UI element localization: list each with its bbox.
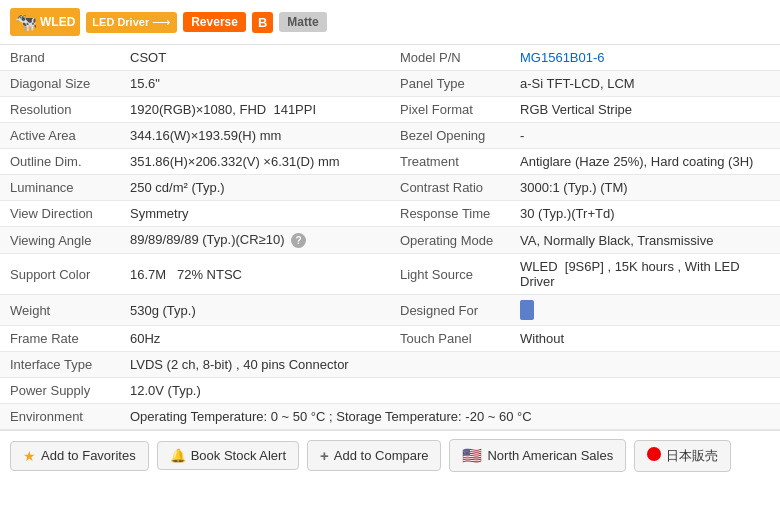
label-viewing-angle: Viewing Angle xyxy=(0,227,120,254)
table-row: Weight 530g (Typ.) Designed For xyxy=(0,295,780,326)
label-treatment: Treatment xyxy=(390,149,510,175)
north-american-sales-label: North American Sales xyxy=(487,448,613,463)
value-outline-dim: 351.86(H)×206.332(V) ×6.31(D) mm xyxy=(120,149,390,175)
reverse-badge: Reverse xyxy=(183,12,246,32)
label-operating-mode: Operating Mode xyxy=(390,227,510,254)
label-light-source: Light Source xyxy=(390,254,510,295)
label-interface-type: Interface Type xyxy=(0,352,120,378)
header-badges: 🐄 WLED LED Driver ⟶ Reverse B Matte xyxy=(0,0,780,45)
wled-badge: 🐄 WLED xyxy=(10,8,80,36)
label-designed-for: Designed For xyxy=(390,295,510,326)
label-response-time: Response Time xyxy=(390,201,510,227)
add-to-favorites-button[interactable]: ★ Add to Favorites xyxy=(10,441,149,471)
japan-sales-button[interactable]: 日本販売 xyxy=(634,440,731,472)
speaker-icon: 🔔 xyxy=(170,448,186,463)
b-badge: B xyxy=(252,12,273,33)
table-row: Viewing Angle 89/89/89/89 (Typ.)(CR≥10) … xyxy=(0,227,780,254)
circle-red-icon xyxy=(647,447,661,464)
matte-badge: Matte xyxy=(279,12,326,32)
value-brand: CSOT xyxy=(120,45,390,71)
star-icon: ★ xyxy=(23,448,36,464)
model-pn-link[interactable]: MG1561B01-6 xyxy=(520,50,605,65)
label-weight: Weight xyxy=(0,295,120,326)
specs-table: Brand CSOT Model P/N MG1561B01-6 Diagona… xyxy=(0,45,780,430)
matte-badge-label: Matte xyxy=(287,15,318,29)
favorites-label: Add to Favorites xyxy=(41,448,136,463)
table-row: Diagonal Size 15.6" Panel Type a-Si TFT-… xyxy=(0,71,780,97)
phone-device-icon xyxy=(520,300,534,320)
table-row: View Direction Symmetry Response Time 30… xyxy=(0,201,780,227)
table-row: Active Area 344.16(W)×193.59(H) mm Bezel… xyxy=(0,123,780,149)
value-environment: Operating Temperature: 0 ~ 50 °C ; Stora… xyxy=(120,404,780,430)
value-active-area: 344.16(W)×193.59(H) mm xyxy=(120,123,390,149)
value-operating-mode: VA, Normally Black, Transmissive xyxy=(510,227,780,254)
stock-alert-label: Book Stock Alert xyxy=(191,448,286,463)
led-driver-arrows-icon: ⟶ xyxy=(152,15,171,30)
value-support-color: 16.7M 72% NTSC xyxy=(120,254,390,295)
b-badge-label: B xyxy=(258,15,267,30)
value-designed-for xyxy=(510,295,780,326)
value-light-source: WLED [9S6P] , 15K hours , With LED Drive… xyxy=(510,254,780,295)
label-environment: Environment xyxy=(0,404,120,430)
label-touch-panel: Touch Panel xyxy=(390,326,510,352)
add-to-compare-button[interactable]: + Add to Compare xyxy=(307,440,441,471)
wled-badge-label: WLED xyxy=(40,15,75,29)
value-panel-type: a-Si TFT-LCD, LCM xyxy=(510,71,780,97)
value-touch-panel: Without xyxy=(510,326,780,352)
value-viewing-angle: 89/89/89/89 (Typ.)(CR≥10) ? xyxy=(120,227,390,254)
label-active-area: Active Area xyxy=(0,123,120,149)
table-row: Brand CSOT Model P/N MG1561B01-6 xyxy=(0,45,780,71)
label-bezel-opening: Bezel Opening xyxy=(390,123,510,149)
label-outline-dim: Outline Dim. xyxy=(0,149,120,175)
table-row: Outline Dim. 351.86(H)×206.332(V) ×6.31(… xyxy=(0,149,780,175)
book-stock-alert-button[interactable]: 🔔 Book Stock Alert xyxy=(157,441,299,470)
table-row: Frame Rate 60Hz Touch Panel Without xyxy=(0,326,780,352)
led-driver-badge-label: LED Driver xyxy=(92,16,149,28)
table-row: Power Supply 12.0V (Typ.) xyxy=(0,378,780,404)
value-treatment: Antiglare (Haze 25%), Hard coating (3H) xyxy=(510,149,780,175)
label-diagonal-size: Diagonal Size xyxy=(0,71,120,97)
label-model-pn: Model P/N xyxy=(390,45,510,71)
label-contrast-ratio: Contrast Ratio xyxy=(390,175,510,201)
table-row: Resolution 1920(RGB)×1080, FHD 141PPI Pi… xyxy=(0,97,780,123)
value-luminance: 250 cd/m² (Typ.) xyxy=(120,175,390,201)
viewing-angle-help-icon[interactable]: ? xyxy=(291,233,306,248)
label-panel-type: Panel Type xyxy=(390,71,510,97)
value-contrast-ratio: 3000:1 (Typ.) (TM) xyxy=(510,175,780,201)
value-model-pn: MG1561B01-6 xyxy=(510,45,780,71)
wled-cow-icon: 🐄 xyxy=(15,11,37,33)
label-pixel-format: Pixel Format xyxy=(390,97,510,123)
label-power-supply: Power Supply xyxy=(0,378,120,404)
north-american-sales-button[interactable]: 🇺🇸 North American Sales xyxy=(449,439,626,472)
value-frame-rate: 60Hz xyxy=(120,326,390,352)
value-diagonal-size: 15.6" xyxy=(120,71,390,97)
value-response-time: 30 (Typ.)(Tr+Td) xyxy=(510,201,780,227)
table-row: Luminance 250 cd/m² (Typ.) Contrast Rati… xyxy=(0,175,780,201)
label-frame-rate: Frame Rate xyxy=(0,326,120,352)
plus-icon: + xyxy=(320,447,329,464)
label-luminance: Luminance xyxy=(0,175,120,201)
value-resolution: 1920(RGB)×1080, FHD 141PPI xyxy=(120,97,390,123)
table-row: Support Color 16.7M 72% NTSC Light Sourc… xyxy=(0,254,780,295)
reverse-badge-label: Reverse xyxy=(191,15,238,29)
compare-label: Add to Compare xyxy=(334,448,429,463)
label-resolution: Resolution xyxy=(0,97,120,123)
label-view-direction: View Direction xyxy=(0,201,120,227)
value-bezel-opening: - xyxy=(510,123,780,149)
value-weight: 530g (Typ.) xyxy=(120,295,390,326)
flag-us-icon: 🇺🇸 xyxy=(462,446,482,465)
led-driver-badge: LED Driver ⟶ xyxy=(86,12,177,33)
value-pixel-format: RGB Vertical Stripe xyxy=(510,97,780,123)
value-power-supply: 12.0V (Typ.) xyxy=(120,378,780,404)
table-row: Environment Operating Temperature: 0 ~ 5… xyxy=(0,404,780,430)
value-view-direction: Symmetry xyxy=(120,201,390,227)
label-support-color: Support Color xyxy=(0,254,120,295)
value-interface-type: LVDS (2 ch, 8-bit) , 40 pins Connector xyxy=(120,352,780,378)
label-brand: Brand xyxy=(0,45,120,71)
japan-sales-label: 日本販売 xyxy=(666,447,718,465)
table-row: Interface Type LVDS (2 ch, 8-bit) , 40 p… xyxy=(0,352,780,378)
footer-bar: ★ Add to Favorites 🔔 Book Stock Alert + … xyxy=(0,430,780,480)
